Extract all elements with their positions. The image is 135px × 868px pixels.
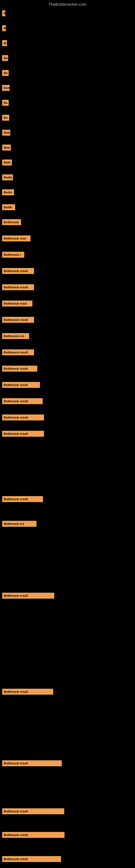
bar-label: Bott	[2, 130, 10, 135]
bar-label: Bottleneck result	[2, 398, 43, 404]
bar-row: Bottleneck resu	[2, 236, 31, 241]
bar-row: Bo	[2, 40, 7, 46]
bar-label: Bottle	[2, 204, 15, 210]
bar-row: Bo	[2, 115, 9, 121]
bar-row: Bottleneck result	[2, 398, 43, 404]
bar-row: Bottleneck result	[2, 593, 54, 599]
bar-label: Bottleneck result	[2, 382, 40, 388]
bar-row: B	[2, 25, 6, 31]
bar-row: Bottleneck result	[2, 808, 64, 814]
bar-row: Bottleneck result	[2, 689, 53, 695]
bar-label: Bottleneck result	[2, 431, 44, 437]
bar-label: Bo	[2, 40, 7, 46]
bar-row: Bottleneck res	[2, 521, 37, 527]
bar-row: Bott	[2, 145, 11, 151]
bar-label: Bottleneck result	[2, 268, 34, 274]
bars-container: BBBoBoBoBottBoBoBottBottBottlBottleBottl…	[0, 8, 135, 865]
bar-label: Bottle	[2, 189, 14, 195]
bar-row: Bottleneck result	[2, 284, 34, 290]
bar-row: Bottleneck r	[2, 252, 24, 258]
bar-label: Bottl	[2, 159, 12, 165]
bar-row: Bottleneck result	[2, 382, 40, 388]
bar-row: Bo	[2, 70, 9, 76]
bar-label: Bottleneck result	[2, 808, 64, 814]
bar-label: Bottleneck result	[2, 317, 34, 323]
bar-row: Bottleneck result	[2, 268, 34, 274]
bar-row: B	[2, 10, 5, 16]
bar-row: Bo	[2, 100, 9, 106]
bar-row: Bo	[2, 55, 8, 61]
bar-label: Bottleneck res	[2, 333, 29, 339]
bar-label: Bottleneck result	[2, 366, 37, 372]
bar-label: Bott	[2, 85, 10, 91]
bar-row: Bottleneck result	[2, 431, 44, 437]
bar-row: Bottleneck result	[2, 496, 43, 502]
bar-row: Bottleneck result	[2, 856, 61, 862]
bar-row: Bottle	[2, 204, 15, 210]
bar-row: Bottl	[2, 159, 12, 165]
bar-row: Bottleneck result	[2, 317, 34, 323]
bar-row: Bottleneck resul	[2, 301, 32, 307]
bar-label: Bottleneck	[2, 219, 21, 225]
bar-label: Bottleneck result	[2, 496, 43, 502]
bar-row: Bottleneck result	[2, 366, 37, 372]
bar-row: Bottleneck result	[2, 832, 64, 838]
bar-row: Bottleneck	[2, 219, 21, 225]
bar-label: Bo	[2, 100, 9, 106]
bar-row: Bottleneck result	[2, 760, 62, 766]
bar-label: Bottleneck result	[2, 760, 62, 766]
bar-label: Bottleneck r	[2, 252, 24, 258]
bar-label: Bottleneck resul	[2, 301, 32, 307]
bar-label: Bottle	[2, 175, 13, 180]
bar-label: Bottleneck result	[2, 832, 64, 838]
bar-row: Bottle	[2, 175, 13, 180]
bar-label: B	[2, 10, 5, 16]
bar-label: Bo	[2, 55, 8, 61]
bar-label: Bottleneck result	[2, 856, 61, 862]
bar-label: Bottleneck result	[2, 349, 34, 355]
bar-label: Bo	[2, 70, 9, 76]
bar-label: Bottleneck result	[2, 593, 54, 599]
bar-row: Bott	[2, 130, 10, 135]
bar-label: Bottleneck res	[2, 521, 37, 527]
bar-label: B	[2, 25, 6, 31]
site-title: TheBottlenecker.com	[0, 0, 135, 8]
bar-label: Bottleneck resu	[2, 236, 31, 241]
bar-label: Bo	[2, 115, 9, 121]
bar-label: Bott	[2, 145, 11, 151]
bar-row: Bottleneck result	[2, 414, 44, 421]
bar-row: Bott	[2, 85, 10, 91]
bar-row: Bottle	[2, 189, 14, 195]
bar-label: Bottleneck result	[2, 414, 44, 421]
bar-row: Bottleneck res	[2, 333, 29, 339]
bar-row: Bottleneck result	[2, 349, 34, 355]
bar-label: Bottleneck result	[2, 284, 34, 290]
bar-label: Bottleneck result	[2, 689, 53, 695]
